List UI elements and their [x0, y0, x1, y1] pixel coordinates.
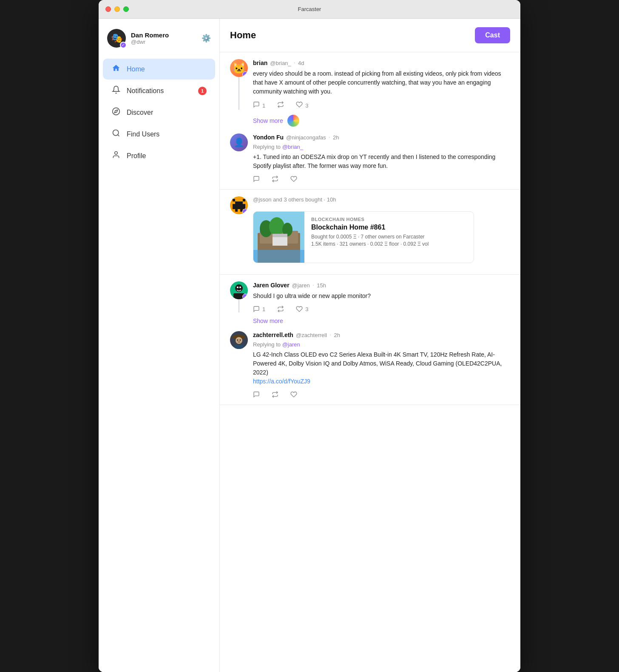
sidebar-item-label: Profile — [127, 152, 146, 160]
post-text: LG 42-Inch Class OLED evo C2 Series Alex… — [253, 350, 510, 386]
post-meta: brian @brian_ · 4d — [253, 59, 510, 67]
svg-point-4 — [115, 152, 118, 155]
notifications-icon — [111, 85, 121, 96]
show-more-link[interactable]: Show more — [253, 318, 283, 324]
post-time: 15h — [317, 282, 326, 289]
app-body: 🎭 ✓ Dan Romero @dwr ⚙️ Home — [99, 19, 520, 672]
reply-to-link[interactable]: @jaren — [282, 341, 300, 348]
post-time: 4d — [298, 60, 304, 66]
reply-to: Replying to @jaren — [253, 341, 510, 348]
post-avatar-jsson: ✓ — [230, 196, 248, 214]
svg-point-2 — [113, 130, 119, 136]
comment-button[interactable] — [253, 176, 260, 182]
verified-badge: ✓ — [120, 42, 127, 48]
svg-rect-19 — [273, 234, 287, 237]
post-nft: ✓ @jsson and 3 others bought · 10h — [220, 190, 520, 275]
recast-button[interactable] — [277, 101, 284, 110]
post-meta: Yondon Fu @ninjacongafas · 2h — [253, 133, 510, 141]
post-avatar-jaren: ✓ — [230, 281, 248, 299]
post-link[interactable]: https://a.co/d/fYouZJ9 — [253, 378, 310, 385]
post-handle: @zachterrell — [296, 332, 327, 338]
like-button[interactable]: 3 — [296, 101, 308, 110]
recast-button[interactable] — [272, 391, 278, 398]
recast-button[interactable] — [272, 176, 278, 182]
svg-rect-8 — [235, 201, 243, 204]
post-content: brian @brian_ · 4d every video should be… — [253, 59, 510, 110]
post-author: brian — [253, 60, 267, 66]
cast-button[interactable]: Cast — [475, 27, 510, 43]
svg-rect-20 — [253, 250, 304, 263]
post: 🐱 ✓ brian @brian_ · 4d — [220, 52, 520, 190]
comment-button[interactable] — [253, 391, 260, 398]
recast-icon — [277, 101, 284, 110]
post-avatar-brian: 🐱 ✓ — [230, 59, 248, 77]
svg-point-29 — [236, 337, 242, 344]
reply-container: 👤 Yondon Fu @ninjacongafas · 2h — [230, 128, 510, 182]
svg-rect-32 — [234, 345, 244, 349]
nft-card[interactable]: BLOCKCHAIN HOMES Blockchain Home #861 Bo… — [253, 211, 474, 263]
sidebar-item-profile[interactable]: Profile — [103, 145, 215, 166]
thread-line-col: 🐱 ✓ — [230, 59, 248, 110]
comment-count: 1 — [262, 306, 265, 312]
nft-detail-2: 1.5K items · 321 owners · 0.002 Ξ floor … — [311, 241, 467, 247]
comment-count: 1 — [262, 102, 265, 109]
post-actions: 1 3 — [253, 306, 510, 312]
like-button[interactable]: 3 — [296, 306, 308, 312]
thread-line — [239, 77, 239, 110]
post-avatar-zach — [230, 331, 248, 349]
post-meta: Jaren Glover @jaren · 15h — [253, 281, 510, 289]
verified-badge: ✓ — [242, 209, 248, 214]
post-meta: @jsson and 3 others bought · 10h — [253, 196, 510, 207]
main-header: Home Cast — [220, 19, 520, 52]
app-window: Farcaster 🎭 ✓ Dan Romero @dwr ⚙️ — [99, 0, 520, 672]
thread-line-container: 👤 Yondon Fu @ninjacongafas · 2h — [230, 133, 510, 182]
thread-line-col: ✓ — [230, 196, 248, 267]
verified-badge: ✓ — [242, 71, 248, 77]
like-count: 3 — [305, 306, 308, 312]
comment-button[interactable]: 1 — [253, 306, 265, 312]
sidebar-item-discover[interactable]: Discover — [103, 102, 215, 123]
comment-icon — [253, 101, 260, 110]
sidebar-item-label: Home — [127, 65, 145, 73]
reply-to: Replying to @brian_ — [253, 144, 510, 150]
svg-point-0 — [113, 108, 120, 115]
maximize-button[interactable] — [123, 6, 129, 12]
post-handle: @brian_ — [270, 60, 291, 66]
svg-rect-9 — [233, 204, 245, 209]
reply-to-link[interactable]: @brian_ — [282, 144, 303, 150]
settings-icon[interactable]: ⚙️ — [202, 34, 211, 43]
svg-rect-6 — [233, 199, 235, 201]
sidebar-item-find-users[interactable]: Find Users — [103, 124, 215, 145]
sidebar-item-home[interactable]: Home — [103, 59, 215, 79]
show-more-row: Show more — [230, 312, 510, 326]
nft-name: Blockchain Home #861 — [311, 224, 467, 231]
verified-badge: ✓ — [242, 294, 248, 299]
search-icon — [111, 129, 121, 139]
post-handle: @jaren — [292, 282, 310, 289]
discover-icon — [111, 107, 121, 118]
thread-container: ✓ Jaren Glover @jaren · 15h Should I — [230, 281, 510, 312]
like-button[interactable] — [290, 391, 297, 398]
svg-rect-7 — [243, 199, 245, 201]
thread-line-col: ✓ — [230, 281, 248, 312]
thread-container: 🐱 ✓ brian @brian_ · 4d — [230, 59, 510, 110]
post-actions — [253, 391, 510, 398]
svg-point-24 — [239, 286, 241, 288]
minimize-button[interactable] — [114, 6, 120, 12]
sidebar-item-notifications[interactable]: Notifications 1 — [103, 80, 215, 101]
reply-container: zachterrell.eth @zachterrell · 2h Replyi… — [230, 326, 510, 398]
post-author: Jaren Glover — [253, 282, 290, 289]
recast-button[interactable] — [277, 306, 284, 312]
titlebar: Farcaster — [99, 0, 520, 19]
nft-collection: BLOCKCHAIN HOMES — [311, 217, 467, 222]
post-author: Yondon Fu — [253, 134, 284, 141]
close-button[interactable] — [105, 6, 111, 12]
show-more-row: Show more — [230, 110, 510, 128]
like-button[interactable] — [290, 176, 297, 182]
window-title: Farcaster — [298, 6, 321, 12]
show-more-link[interactable]: Show more — [253, 117, 283, 124]
svg-point-31 — [240, 340, 241, 341]
main-content: Home Cast 🐱 ✓ — [220, 19, 520, 672]
svg-marker-1 — [114, 110, 117, 113]
comment-button[interactable]: 1 — [253, 101, 265, 110]
